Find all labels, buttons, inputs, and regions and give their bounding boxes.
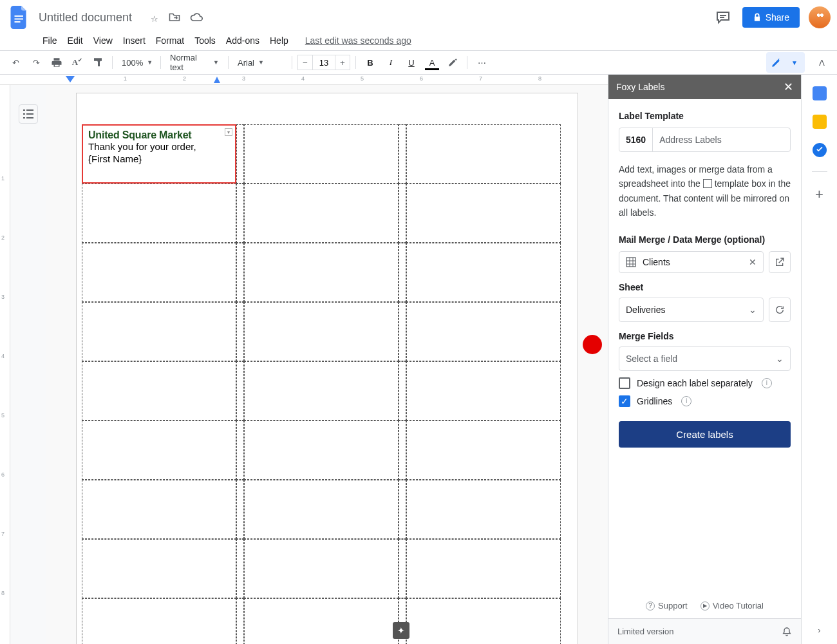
italic-button[interactable]: I — [382, 53, 400, 71]
menu-tools[interactable]: Tools — [194, 35, 216, 46]
undo-button[interactable]: ↶ — [6, 53, 24, 71]
bold-button[interactable]: B — [361, 53, 379, 71]
account-avatar[interactable] — [809, 6, 831, 28]
paint-format-button[interactable] — [89, 53, 107, 71]
hide-sidebar-button[interactable]: ᐱ — [813, 53, 831, 71]
font-size-input[interactable] — [313, 55, 335, 70]
text-color-button[interactable]: A — [423, 53, 441, 71]
menu-edit[interactable]: Edit — [68, 35, 83, 46]
svg-rect-0 — [15, 15, 24, 17]
font-size-decrease[interactable]: − — [297, 55, 313, 70]
zoom-select[interactable]: 100%▼ — [118, 54, 155, 71]
svg-rect-1 — [15, 19, 24, 20]
lock-icon — [753, 13, 762, 22]
mode-caret-icon: ▼ — [785, 53, 804, 71]
print-button[interactable] — [48, 53, 66, 71]
underline-button[interactable]: U — [402, 53, 420, 71]
menu-help[interactable]: Help — [270, 35, 288, 46]
pencil-icon — [767, 53, 785, 71]
menu-addons[interactable]: Add-ons — [226, 35, 259, 46]
menu-file[interactable]: File — [42, 35, 57, 46]
redo-button[interactable]: ↷ — [27, 53, 45, 71]
star-icon[interactable]: ☆ — [151, 14, 158, 24]
menu-format[interactable]: Format — [156, 35, 184, 46]
spellcheck-button[interactable]: A✔ — [68, 53, 86, 71]
paragraph-style-select[interactable]: Normal text▼ — [166, 54, 223, 71]
menu-view[interactable]: View — [93, 35, 113, 46]
font-select[interactable]: Arial▼ — [234, 54, 287, 71]
move-icon[interactable] — [169, 12, 180, 22]
font-size-control: − + — [297, 55, 350, 70]
last-edit-link[interactable]: Last edit was seconds ago — [305, 35, 411, 46]
comments-icon[interactable] — [715, 10, 731, 25]
menu-bar: File Edit View Insert Format Tools Add-o… — [0, 31, 837, 50]
editing-mode-pill[interactable]: ▼ — [766, 52, 805, 73]
svg-rect-2 — [15, 21, 21, 23]
share-button[interactable]: Share — [742, 7, 800, 28]
share-label: Share — [766, 12, 789, 23]
toolbar: ↶ ↷ A✔ 100%▼ Normal text▼ Arial▼ − + B I… — [0, 50, 837, 75]
cloud-status-icon[interactable] — [190, 13, 203, 22]
highlight-button[interactable] — [444, 53, 462, 71]
docs-logo[interactable] — [6, 5, 32, 30]
menu-insert[interactable]: Insert — [123, 35, 146, 46]
font-size-increase[interactable]: + — [335, 55, 350, 70]
doc-title-input[interactable] — [37, 10, 147, 25]
more-tools-button[interactable]: ⋯ — [473, 53, 491, 71]
